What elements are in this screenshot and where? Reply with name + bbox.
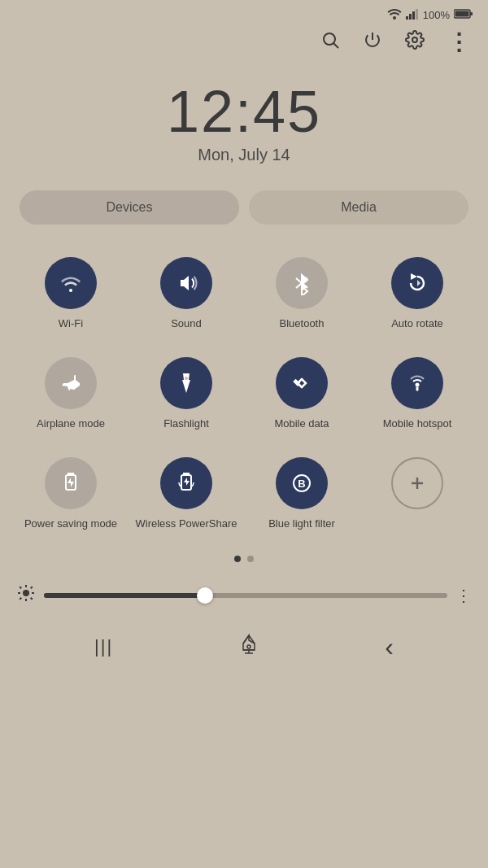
tile-bluelight[interactable]: B Blue light filter [244, 446, 359, 546]
svg-point-14 [185, 377, 188, 380]
hotspot-label: Mobile hotspot [383, 417, 452, 431]
bluetooth-label: Bluetooth [280, 317, 325, 331]
mobiledata-icon-circle [276, 357, 328, 409]
tile-flashlight[interactable]: Flashlight [129, 346, 244, 446]
tile-hotspot[interactable]: Mobile hotspot [359, 346, 475, 446]
svg-point-23 [23, 590, 29, 596]
status-bar: 100% [0, 0, 488, 25]
quick-settings-tabs: Devices Media [0, 171, 488, 238]
tile-sound[interactable]: Sound [129, 246, 244, 346]
wireless-icon-circle [160, 457, 212, 509]
dot-active [234, 556, 241, 562]
quick-tiles-grid: Wi-Fi Sound Bluetooth [0, 238, 488, 546]
svg-point-0 [393, 16, 396, 20]
svg-line-29 [31, 597, 33, 599]
svg-point-36 [247, 645, 251, 648]
svg-rect-4 [416, 9, 418, 20]
brightness-control: ⋮ [0, 575, 488, 617]
top-actions-bar: ⋮ [0, 25, 488, 66]
flashlight-label: Flashlight [163, 417, 209, 431]
sound-icon-circle [160, 257, 212, 309]
svg-rect-3 [412, 11, 415, 20]
home-icon[interactable] [237, 632, 261, 662]
brightness-slider[interactable] [44, 593, 447, 598]
tile-wifi[interactable]: Wi-Fi [13, 246, 129, 346]
powersaving-icon-circle [45, 457, 97, 509]
tab-devices[interactable]: Devices [20, 190, 239, 225]
svg-rect-16 [416, 386, 419, 390]
back-icon[interactable]: ‹ [385, 632, 394, 662]
autorotate-label: Auto rotate [391, 317, 443, 331]
svg-point-15 [416, 382, 420, 386]
tile-powersaving[interactable]: Power saving mode [13, 446, 129, 546]
svg-line-9 [334, 44, 339, 49]
settings-icon[interactable] [405, 30, 425, 55]
tab-media[interactable]: Media [249, 190, 468, 225]
powersaving-label: Power saving mode [24, 517, 117, 531]
svg-text:B: B [298, 478, 305, 490]
tile-add[interactable] [359, 446, 475, 546]
sound-label: Sound [171, 317, 202, 331]
power-icon[interactable] [363, 30, 382, 55]
tile-autorotate[interactable]: Auto rotate [359, 246, 475, 346]
bluelight-label: Blue light filter [268, 517, 335, 531]
recents-icon[interactable]: ||| [94, 636, 113, 657]
svg-rect-2 [409, 14, 412, 20]
svg-line-35 [243, 635, 249, 643]
wireless-label: Wireless PowerShare [136, 517, 237, 531]
brightness-icon [16, 583, 36, 608]
svg-point-8 [324, 33, 335, 45]
bluelight-icon-circle: B [276, 457, 328, 509]
svg-rect-7 [455, 11, 469, 17]
airplane-label: Airplane mode [37, 417, 105, 431]
flashlight-icon-circle [160, 357, 212, 409]
status-icons: 100% [387, 8, 473, 22]
tile-wireless[interactable]: Wireless PowerShare [129, 446, 244, 546]
svg-line-30 [20, 597, 21, 599]
svg-line-31 [31, 587, 33, 588]
svg-point-10 [412, 37, 417, 42]
mobiledata-label: Mobile data [274, 417, 329, 431]
hotspot-icon-circle [391, 357, 443, 409]
tile-airplane[interactable]: Airplane mode [13, 346, 129, 446]
brightness-fill [44, 593, 205, 598]
svg-rect-1 [406, 16, 408, 20]
wifi-status-icon [387, 8, 402, 22]
signal-icon [406, 8, 419, 22]
page-indicator [0, 546, 488, 575]
add-icon-circle [391, 457, 443, 509]
clock-date: Mon, July 14 [0, 146, 488, 164]
battery-icon [454, 8, 473, 22]
svg-line-28 [20, 587, 21, 588]
brightness-thumb [197, 587, 213, 604]
more-options-icon[interactable]: ⋮ [447, 31, 470, 54]
autorotate-icon-circle [391, 257, 443, 309]
battery-percentage: 100% [423, 9, 450, 21]
bluetooth-icon-circle [276, 257, 328, 309]
airplane-icon-circle [45, 357, 97, 409]
tile-mobiledata[interactable]: Mobile data [244, 346, 359, 446]
wifi-icon-circle [45, 257, 97, 309]
brightness-more-icon[interactable]: ⋮ [455, 586, 472, 605]
dot-inactive [247, 556, 254, 562]
search-icon[interactable] [320, 30, 340, 55]
svg-rect-6 [470, 12, 473, 15]
bottom-navigation: ||| ‹ [0, 621, 488, 678]
clock-section: 12:45 Mon, July 14 [0, 66, 488, 171]
clock-time: 12:45 [0, 82, 488, 141]
svg-marker-13 [411, 273, 417, 280]
tile-bluetooth[interactable]: Bluetooth [244, 246, 359, 346]
wifi-label: Wi-Fi [59, 317, 83, 331]
